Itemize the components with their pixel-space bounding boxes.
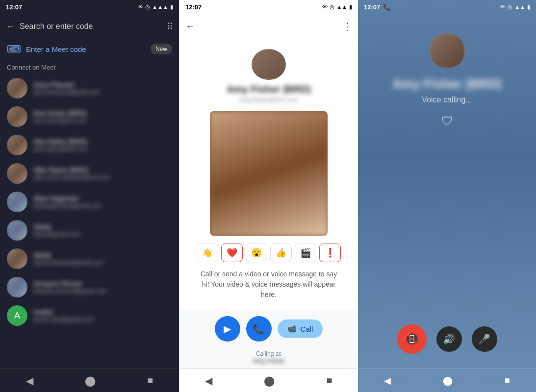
chat-header: ← ⋮ xyxy=(179,14,358,39)
speaker-icon: 🔊 xyxy=(443,333,455,345)
call-contact-name: Amy Fisher (BRD) xyxy=(392,76,501,92)
eye-icon-right: 👁 xyxy=(500,4,506,10)
avatar xyxy=(7,248,27,269)
chat-contact-avatar xyxy=(252,49,286,80)
chat-actions: ▶ 📞 📹 Call xyxy=(179,310,358,347)
contact-info: Aleda aleda.fullstack@gmail.com xyxy=(33,251,172,266)
bottom-nav-left: ◀ ⬤ ■ xyxy=(0,368,179,392)
chat-body: Amy Fisher (BRD) amy.fisher@brd.com 👋 ❤️… xyxy=(179,39,358,310)
bottom-nav-right: ◀ ⬤ ■ xyxy=(358,368,536,392)
search-input[interactable]: Search or enter code xyxy=(20,22,162,31)
contact-sub: aleda@gmail.com xyxy=(33,231,172,238)
emoji-thumbsup-button[interactable]: 👍 xyxy=(270,244,292,262)
list-item[interactable]: A Andrei andrei.dev@gmail.com xyxy=(0,301,179,330)
emoji-wave-button[interactable]: 👋 xyxy=(197,244,218,262)
contact-name: Albu Rares (BRD) xyxy=(33,166,172,174)
chat-more-button[interactable]: ⋮ xyxy=(342,21,352,32)
bottom-nav-mid: ◀ ⬤ ■ xyxy=(179,368,358,392)
list-item[interactable]: Alex Balan (BRD) alex.balan@brd.com xyxy=(0,131,179,159)
voice-call-button[interactable]: 📞 xyxy=(246,316,272,342)
status-bar-left: 12:07 👁 ◎ ▲▲▲ ▮ xyxy=(0,0,179,14)
meet-code-label: Enter a Meet code xyxy=(26,45,146,53)
phone-status-icon: 📞 xyxy=(383,3,391,11)
search-bar: ← Search or enter code ⠿ xyxy=(0,14,179,39)
emoji-video-button[interactable]: 🎬 xyxy=(295,244,316,262)
contact-info: Albu Rares (BRD) albu.rares.fullstack@br… xyxy=(33,166,172,181)
keyboard-icon: ⌨ xyxy=(7,43,21,55)
end-call-icon: 📵 xyxy=(405,332,419,346)
contact-name: Amazon Person xyxy=(33,280,172,288)
chat-photo xyxy=(210,111,328,236)
grid-icon[interactable]: ⠿ xyxy=(167,21,173,32)
section-header: Connect on Meet xyxy=(0,59,179,74)
chat-cta-text: Call or send a video or voice message to… xyxy=(187,269,350,300)
avatar xyxy=(7,78,27,98)
list-item[interactable]: Anca Prpusei anca.prpusei@gmail.com xyxy=(0,74,179,102)
recents-nav-right[interactable]: ■ xyxy=(505,375,510,386)
list-item[interactable]: Albu Rares (BRD) albu.rares.fullstack@br… xyxy=(0,159,179,188)
emoji-surprised-button[interactable]: 😮 xyxy=(246,244,267,262)
send-icon: ▶ xyxy=(224,323,231,335)
back-nav-right[interactable]: ◀ xyxy=(384,375,391,386)
signal-icon-right: ▲▲ xyxy=(514,4,525,10)
call-label: Call xyxy=(301,325,313,333)
home-nav-button[interactable]: ⬤ xyxy=(85,375,96,387)
contact-sub: anca.prpusei@gmail.com xyxy=(33,89,172,96)
list-item[interactable]: Aleda aleda@gmail.com xyxy=(0,216,179,245)
contact-name: Andrei xyxy=(33,308,172,316)
video-call-button[interactable]: 📹 Call xyxy=(278,319,323,338)
mute-icon: 🎤 xyxy=(478,333,490,345)
recents-nav-button[interactable]: ■ xyxy=(147,375,153,386)
list-item[interactable]: Amazon Person amazon.person@gmail.com xyxy=(0,273,179,301)
avatar xyxy=(7,106,27,127)
chat-panel: 12:07 👁 ◎ ▲▲ ▮ ← ⋮ Amy Fisher (BRD) amy.… xyxy=(179,0,358,392)
contact-name: Alex Balan (BRD) xyxy=(33,138,172,146)
contact-info: Amazon Person amazon.person@gmail.com xyxy=(33,280,172,294)
signal-icon-mid: ▲▲ xyxy=(336,4,347,10)
mute-button[interactable]: 🎤 xyxy=(472,326,497,352)
status-icons-right: 👁 ◎ ▲▲ ▮ xyxy=(500,4,530,10)
avatar xyxy=(7,135,27,155)
end-call-button[interactable]: 📵 xyxy=(397,324,427,354)
contact-info: Ana Soran (BRD) ana.soran@brd.com xyxy=(33,109,172,124)
status-icons-mid: 👁 ◎ ▲▲ ▮ xyxy=(322,4,352,10)
contact-sub: andrei.dev@gmail.com xyxy=(33,316,172,323)
circle-icon: ◎ xyxy=(145,4,150,10)
send-button[interactable]: ▶ xyxy=(215,316,240,342)
signal-icon: ▲▲▲ xyxy=(152,4,168,10)
time-mid: 12:07 xyxy=(185,3,202,11)
list-item[interactable]: Alea Hagaman aleahagaman@gmail.com xyxy=(0,188,179,216)
call-status-text: Voice calling... xyxy=(422,96,472,104)
voice-call-panel: 12:07 📞 👁 ◎ ▲▲ ▮ Amy Fisher (BRD) Voice … xyxy=(358,0,536,392)
chat-back-button[interactable]: ← xyxy=(185,21,195,32)
contact-name: Ana Soran (BRD) xyxy=(33,109,172,117)
battery-icon-right: ▮ xyxy=(527,4,530,10)
contact-list-panel: 12:07 👁 ◎ ▲▲▲ ▮ ← Search or enter code ⠿… xyxy=(0,0,179,392)
emoji-heart-button[interactable]: ❤️ xyxy=(221,244,243,262)
status-bar-right: 12:07 📞 👁 ◎ ▲▲ ▮ xyxy=(358,0,536,14)
contact-sub: aleda.fullstack@gmail.com xyxy=(33,259,172,266)
avatar xyxy=(7,277,27,297)
back-nav-button[interactable]: ◀ xyxy=(26,375,33,387)
list-item[interactable]: Aleda aleda.fullstack@gmail.com xyxy=(0,245,179,273)
avatar xyxy=(7,220,27,241)
shield-icon: 🛡 xyxy=(441,114,453,128)
back-arrow-icon[interactable]: ← xyxy=(6,22,15,32)
list-item[interactable]: Ana Soran (BRD) ana.soran@brd.com xyxy=(0,102,179,131)
time-right: 12:07 📞 xyxy=(364,3,391,11)
recents-nav-mid[interactable]: ■ xyxy=(326,375,332,386)
emoji-exclaim-button[interactable]: ❗ xyxy=(319,244,341,262)
speaker-button[interactable]: 🔊 xyxy=(436,326,462,352)
phone-icon: 📞 xyxy=(253,323,265,335)
circle-icon-right: ◎ xyxy=(508,4,512,10)
meet-code-row[interactable]: ⌨ Enter a Meet code New xyxy=(0,39,179,59)
contact-name: Aleda xyxy=(33,251,172,259)
avatar xyxy=(7,163,27,184)
contact-list: Anca Prpusei anca.prpusei@gmail.com Ana … xyxy=(0,74,179,368)
contact-info: Alea Hagaman aleahagaman@gmail.com xyxy=(33,195,172,209)
home-nav-right[interactable]: ⬤ xyxy=(443,375,453,386)
new-badge: New xyxy=(151,44,172,54)
back-nav-mid[interactable]: ◀ xyxy=(205,375,212,387)
home-nav-mid[interactable]: ⬤ xyxy=(264,375,275,387)
emoji-reaction-row: 👋 ❤️ 😮 👍 🎬 ❗ xyxy=(197,244,341,262)
